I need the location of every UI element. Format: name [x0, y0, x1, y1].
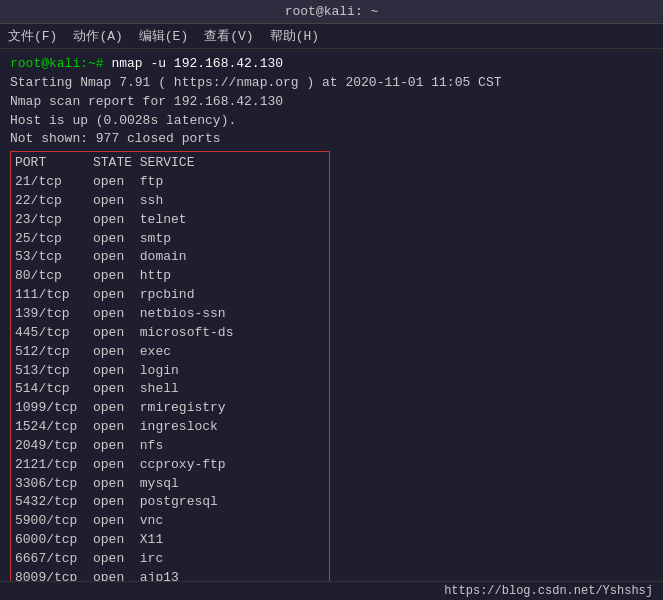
table-row: 513/tcp open login [15, 362, 325, 381]
table-header: PORT STATE SERVICE [15, 154, 325, 173]
bottom-bar: https://blog.csdn.net/Yshshsj [0, 581, 663, 600]
table-row: 1524/tcp open ingreslock [15, 418, 325, 437]
menu-view[interactable]: 查看(V) [204, 27, 253, 45]
menu-edit[interactable]: 编辑(E) [139, 27, 188, 45]
table-row: 445/tcp open microsoft-ds [15, 324, 325, 343]
menu-help[interactable]: 帮助(H) [270, 27, 319, 45]
terminal-body[interactable]: root@kali:~# nmap -u 192.168.42.130 Star… [0, 49, 663, 581]
bottom-link: https://blog.csdn.net/Yshshsj [444, 584, 653, 598]
table-row: 23/tcp open telnet [15, 211, 325, 230]
table-row: 5900/tcp open vnc [15, 512, 325, 531]
output-line-4: Not shown: 977 closed ports [10, 130, 653, 149]
table-row: 1099/tcp open rmiregistry [15, 399, 325, 418]
output-line-2: Nmap scan report for 192.168.42.130 [10, 93, 653, 112]
table-row: 5432/tcp open postgresql [15, 493, 325, 512]
menu-bar[interactable]: 文件(F) 动作(A) 编辑(E) 查看(V) 帮助(H) [0, 24, 663, 49]
menu-file[interactable]: 文件(F) [8, 27, 57, 45]
scan-table: PORT STATE SERVICE 21/tcp open ftp22/tcp… [10, 151, 330, 581]
table-row: 2049/tcp open nfs [15, 437, 325, 456]
output-line-3: Host is up (0.0028s latency). [10, 112, 653, 131]
title-text: root@kali: ~ [285, 4, 379, 19]
terminal-window: root@kali: ~ 文件(F) 动作(A) 编辑(E) 查看(V) 帮助(… [0, 0, 663, 600]
table-row: 53/tcp open domain [15, 248, 325, 267]
table-row: 6667/tcp open irc [15, 550, 325, 569]
table-row: 25/tcp open smtp [15, 230, 325, 249]
output-line-1: Starting Nmap 7.91 ( https://nmap.org ) … [10, 74, 653, 93]
table-row: 139/tcp open netbios-ssn [15, 305, 325, 324]
menu-action[interactable]: 动作(A) [73, 27, 122, 45]
table-row: 22/tcp open ssh [15, 192, 325, 211]
table-row: 3306/tcp open mysql [15, 475, 325, 494]
command-1: nmap -u 192.168.42.130 [104, 56, 283, 71]
table-row: 8009/tcp open ajp13 [15, 569, 325, 581]
table-row: 80/tcp open http [15, 267, 325, 286]
title-bar: root@kali: ~ [0, 0, 663, 24]
command-line-1: root@kali:~# nmap -u 192.168.42.130 [10, 55, 653, 74]
table-row: 111/tcp open rpcbind [15, 286, 325, 305]
table-row: 512/tcp open exec [15, 343, 325, 362]
prompt-1: root@kali:~# [10, 56, 104, 71]
table-row: 2121/tcp open ccproxy-ftp [15, 456, 325, 475]
table-row: 21/tcp open ftp [15, 173, 325, 192]
table-row: 6000/tcp open X11 [15, 531, 325, 550]
table-rows-container: 21/tcp open ftp22/tcp open ssh23/tcp ope… [15, 173, 325, 581]
table-row: 514/tcp open shell [15, 380, 325, 399]
